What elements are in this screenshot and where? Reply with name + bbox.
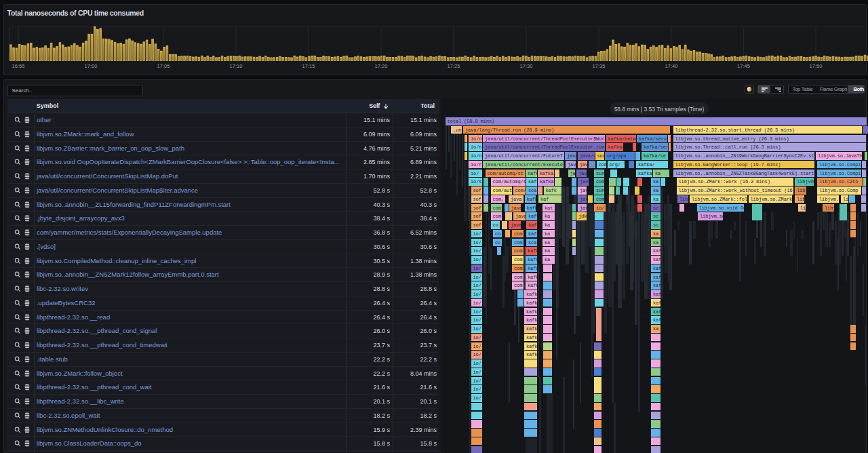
svg-text:17:05: 17:05 bbox=[157, 63, 170, 69]
svg-text:17:15: 17:15 bbox=[302, 63, 315, 69]
svg-text:17:25: 17:25 bbox=[448, 63, 460, 69]
svg-text:17:40: 17:40 bbox=[665, 63, 678, 69]
svg-text:17:45: 17:45 bbox=[737, 63, 750, 69]
svg-text:17:00: 17:00 bbox=[85, 63, 98, 69]
svg-text:17:10: 17:10 bbox=[230, 63, 243, 69]
svg-text:17:30: 17:30 bbox=[520, 63, 533, 69]
svg-text:16:55: 16:55 bbox=[12, 63, 25, 69]
svg-text:17:20: 17:20 bbox=[375, 63, 388, 69]
svg-text:17:35: 17:35 bbox=[593, 63, 606, 69]
svg-text:17:50: 17:50 bbox=[810, 63, 823, 69]
